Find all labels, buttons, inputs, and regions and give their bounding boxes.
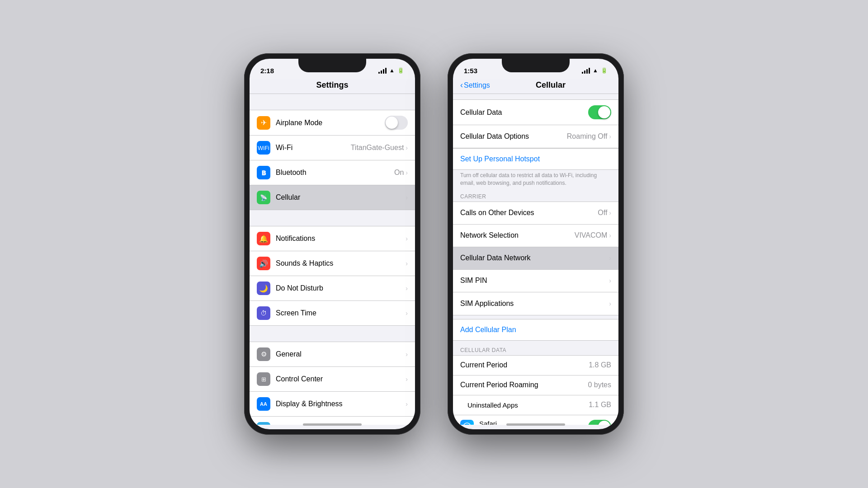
network-selection-value: VIVACOM bbox=[575, 231, 608, 239]
bar4 bbox=[385, 68, 387, 74]
general-icon: ⚙ bbox=[257, 347, 270, 361]
battery-icon-right: 🔋 bbox=[601, 67, 608, 74]
rbar2 bbox=[584, 70, 585, 74]
row-current-period-roaming: Current Period Roaming 0 bytes bbox=[453, 375, 618, 395]
rbar1 bbox=[582, 72, 583, 74]
safari-toggle[interactable] bbox=[588, 420, 611, 425]
row-sim-pin[interactable]: SIM PIN › bbox=[453, 270, 618, 292]
row-dnd[interactable]: 🌙 Do Not Disturb › bbox=[250, 276, 415, 301]
signal-bars-right bbox=[582, 68, 590, 74]
row-cellular-data-network[interactable]: Cellular Data Network › bbox=[453, 247, 618, 270]
wifi-label: Wi-Fi bbox=[276, 144, 351, 152]
row-calls-other[interactable]: Calls on Other Devices Off › bbox=[453, 202, 618, 225]
battery-icon-left: 🔋 bbox=[397, 67, 404, 74]
bluetooth-chevron: › bbox=[406, 169, 408, 176]
group-cellular-data: Current Period 1.8 GB Current Period Roa… bbox=[453, 355, 618, 425]
wifi-icon: WiFi bbox=[257, 141, 270, 155]
phone-settings-screen: 2:18 ▲ 🔋 Settings bbox=[250, 59, 415, 429]
screen-time-label: Screen Time bbox=[276, 309, 406, 317]
cellular-nav-title: Cellular bbox=[490, 80, 611, 90]
bar3 bbox=[383, 69, 384, 74]
wifi-chevron: › bbox=[406, 144, 408, 151]
sim-pin-label: SIM PIN bbox=[460, 277, 609, 285]
gap-top-r bbox=[453, 94, 618, 99]
general-label: General bbox=[276, 350, 406, 358]
dnd-label: Do Not Disturb bbox=[276, 284, 406, 292]
notifications-chevron: › bbox=[406, 235, 408, 242]
current-period-value: 1.8 GB bbox=[589, 361, 611, 369]
nav-bar-right: ‹ Settings Cellular bbox=[453, 79, 618, 94]
group-alerts: 🔔 Notifications › 🔊 Sounds & Haptics › 🌙… bbox=[250, 226, 415, 326]
notifications-label: Notifications bbox=[276, 235, 406, 243]
row-bluetooth[interactable]: ʙ Bluetooth On › bbox=[250, 160, 415, 185]
bluetooth-value: On bbox=[394, 169, 404, 177]
group-cellular-top: Cellular Data Cellular Data Options Roam… bbox=[453, 99, 618, 148]
wallpaper-icon: ✿ bbox=[257, 422, 270, 425]
gap-3 bbox=[250, 326, 415, 342]
row-cellular[interactable]: 📡 Cellular › bbox=[250, 185, 415, 210]
general-chevron: › bbox=[406, 351, 408, 358]
row-screen-time[interactable]: ⏱ Screen Time › bbox=[250, 301, 415, 325]
uninstalled-apps-value: 1.1 GB bbox=[589, 401, 611, 409]
home-indicator-left bbox=[303, 423, 362, 426]
display-label: Display & Brightness bbox=[276, 400, 406, 408]
cellular-options-chevron: › bbox=[609, 133, 611, 140]
scene: 2:18 ▲ 🔋 Settings bbox=[0, 0, 868, 488]
control-center-icon: ⊞ bbox=[257, 372, 270, 386]
signal-bars-left bbox=[378, 68, 387, 74]
hotspot-link[interactable]: Set Up Personal Hotspot bbox=[453, 148, 618, 170]
time-left: 2:18 bbox=[260, 67, 274, 75]
bluetooth-label: Bluetooth bbox=[276, 169, 394, 177]
cellular-label: Cellular bbox=[276, 193, 406, 202]
sounds-icon: 🔊 bbox=[257, 257, 270, 270]
cellular-options-value: Roaming Off bbox=[567, 132, 608, 141]
gap-1 bbox=[250, 94, 415, 110]
rbar4 bbox=[589, 68, 590, 74]
group-carrier: Calls on Other Devices Off › Network Sel… bbox=[453, 202, 618, 315]
cellular-list[interactable]: Cellular Data Cellular Data Options Roam… bbox=[453, 94, 618, 425]
settings-title: Settings bbox=[257, 80, 408, 90]
row-general[interactable]: ⚙ General › bbox=[250, 342, 415, 367]
safari-compass-icon bbox=[463, 422, 471, 425]
add-plan-label: Add Cellular Plan bbox=[460, 326, 516, 333]
wifi-icon-right: ▲ bbox=[593, 67, 598, 74]
gap-after-plan bbox=[453, 341, 618, 344]
dnd-icon: 🌙 bbox=[257, 282, 270, 295]
row-sim-applications[interactable]: SIM Applications › bbox=[453, 292, 618, 315]
home-indicator-right bbox=[506, 423, 565, 426]
back-label: Settings bbox=[464, 81, 490, 89]
cellular-data-network-chevron: › bbox=[609, 254, 611, 262]
nav-bar-left: Settings bbox=[250, 79, 415, 94]
notch-right bbox=[502, 59, 570, 72]
add-plan-link[interactable]: Add Cellular Plan bbox=[453, 319, 618, 341]
airplane-toggle[interactable] bbox=[385, 116, 408, 130]
row-control-center[interactable]: ⊞ Control Center › bbox=[250, 367, 415, 392]
back-button[interactable]: ‹ Settings bbox=[460, 80, 490, 90]
cellular-data-header: CELLULAR DATA bbox=[453, 344, 618, 355]
cellular-footer: Turn off cellular data to restrict all d… bbox=[453, 170, 618, 191]
display-chevron: › bbox=[406, 400, 408, 408]
row-display[interactable]: AA Display & Brightness › bbox=[250, 392, 415, 417]
row-network-selection[interactable]: Network Selection VIVACOM › bbox=[453, 225, 618, 247]
svg-marker-1 bbox=[466, 424, 468, 425]
notifications-icon: 🔔 bbox=[257, 232, 270, 245]
time-right: 1:53 bbox=[464, 67, 477, 75]
group-connectivity: ✈ Airplane Mode WiFi Wi-Fi TitanGate-Gue… bbox=[250, 110, 415, 210]
screen-time-icon: ⏱ bbox=[257, 306, 270, 320]
row-notifications[interactable]: 🔔 Notifications › bbox=[250, 226, 415, 251]
cellular-data-toggle[interactable] bbox=[588, 105, 611, 119]
row-sounds[interactable]: 🔊 Sounds & Haptics › bbox=[250, 251, 415, 276]
row-cellular-data[interactable]: Cellular Data bbox=[453, 100, 618, 125]
bar1 bbox=[378, 72, 380, 74]
safari-icon bbox=[460, 420, 474, 425]
row-airplane-mode[interactable]: ✈ Airplane Mode bbox=[250, 110, 415, 136]
sounds-label: Sounds & Haptics bbox=[276, 259, 406, 267]
settings-list[interactable]: ✈ Airplane Mode WiFi Wi-Fi TitanGate-Gue… bbox=[250, 94, 415, 425]
row-cellular-data-options[interactable]: Cellular Data Options Roaming Off › bbox=[453, 125, 618, 148]
group-system: ⚙ General › ⊞ Control Center › AA Displa… bbox=[250, 342, 415, 425]
row-wifi[interactable]: WiFi Wi-Fi TitanGate-Guest › bbox=[250, 136, 415, 160]
calls-other-chevron: › bbox=[609, 209, 611, 216]
notch-left bbox=[298, 59, 366, 72]
airplane-icon: ✈ bbox=[257, 116, 270, 130]
network-selection-label: Network Selection bbox=[460, 231, 575, 239]
